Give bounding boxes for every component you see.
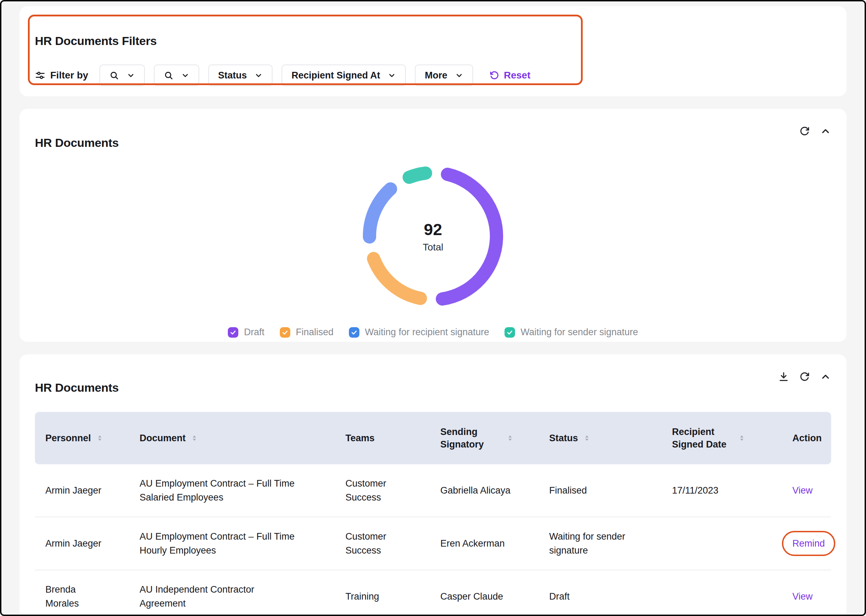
collapse-button[interactable] <box>820 126 831 137</box>
hr-documents-chart-card: HR Documents 9 <box>20 109 846 342</box>
column-header[interactable]: Action <box>782 432 831 445</box>
column-header-label: Status <box>549 432 578 445</box>
cell-personnel: Armin Jaeger <box>35 528 129 559</box>
more-filter-dropdown[interactable]: More <box>415 64 473 86</box>
column-header-label: Teams <box>346 432 375 445</box>
reset-label: Reset <box>504 70 530 81</box>
cell-teams: Customer Success <box>335 468 430 513</box>
cell-recipient-signed-date: 17/11/2023 <box>662 475 782 506</box>
sliders-icon <box>35 70 46 80</box>
sort-icon[interactable] <box>583 434 591 442</box>
table-row: Armin Jaeger AU Employment Contract – Fu… <box>35 464 831 517</box>
donut-total-label: Total <box>423 242 443 253</box>
checkbox-checked-icon[interactable] <box>349 327 359 338</box>
cell-action: View <box>782 475 831 506</box>
download-icon <box>778 371 789 382</box>
cell-status: Draft <box>539 581 662 612</box>
collapse-button[interactable] <box>820 371 831 382</box>
legend-label: Draft <box>244 327 264 338</box>
cell-status: Finalised <box>539 475 662 506</box>
legend-label: Waiting for recipient signature <box>365 327 489 338</box>
chevron-up-icon <box>820 371 831 382</box>
column-header[interactable]: Personnel <box>35 432 129 445</box>
column-header-label: Recipient Signed Date <box>672 426 733 451</box>
reset-filters-button[interactable]: Reset <box>487 69 533 81</box>
donut-center: 92 Total <box>356 159 510 313</box>
cell-sending-signatory: Eren Ackerman <box>430 528 539 559</box>
refresh-icon <box>799 371 810 382</box>
hr-documents-table-card: HR Documents <box>20 354 846 616</box>
column-header-label: Sending Signatory <box>440 426 501 451</box>
cell-status: Waiting for sender signature <box>539 521 662 566</box>
column-header[interactable]: Status <box>539 432 662 445</box>
search-icon <box>163 71 173 80</box>
more-filter-label: More <box>424 70 447 81</box>
action-link[interactable]: View <box>792 591 813 602</box>
cell-document: AU Independent Contractor Agreement <box>129 574 335 616</box>
cell-personnel: Armin Jaeger <box>35 475 129 506</box>
filter-by-label-group: Filter by <box>35 70 88 81</box>
column-header[interactable]: Recipient Signed Date <box>662 426 782 451</box>
refresh-button[interactable] <box>799 371 810 382</box>
chart-card-actions <box>799 126 831 137</box>
search-filter-dropdown-2[interactable] <box>154 64 199 86</box>
table-header-row: Personnel Document <box>35 412 831 464</box>
column-header[interactable]: Teams <box>335 432 430 445</box>
chevron-down-icon <box>181 71 189 80</box>
chevron-up-icon <box>820 126 831 137</box>
recipient-signed-at-filter-dropdown[interactable]: Recipient Signed At <box>281 64 406 86</box>
column-header-label: Personnel <box>46 432 91 445</box>
cell-recipient-signed-date <box>662 588 782 605</box>
checkbox-checked-icon[interactable] <box>280 327 290 338</box>
filters-row: Filter by <box>35 64 831 86</box>
legend-label: Waiting for sender signature <box>520 327 638 338</box>
cell-personnel: Brenda Morales <box>35 574 129 616</box>
action-link[interactable]: View <box>792 485 813 496</box>
refresh-icon <box>799 126 810 137</box>
reset-icon <box>489 70 500 80</box>
search-filter-dropdown-1[interactable] <box>99 64 145 86</box>
sort-icon[interactable] <box>190 434 198 442</box>
cell-sending-signatory: Casper Claude <box>430 581 539 612</box>
search-icon <box>109 71 119 80</box>
sort-icon[interactable] <box>506 434 514 442</box>
legend-item[interactable]: Waiting for recipient signature <box>349 327 489 338</box>
column-header[interactable]: Document <box>129 432 335 445</box>
cell-sending-signatory: Gabriella Alicaya <box>430 475 539 506</box>
column-header-label: Document <box>140 432 185 445</box>
cell-action: Remind <box>782 528 842 559</box>
chevron-down-icon <box>388 71 396 80</box>
table-row: Armin Jaeger AU Employment Contract – Fu… <box>35 517 831 570</box>
cell-teams: Customer Success <box>335 521 430 566</box>
filters-card: HR Documents Filters Filter by <box>20 6 846 96</box>
recipient-signed-at-filter-label: Recipient Signed At <box>291 70 380 81</box>
filter-by-label: Filter by <box>50 70 88 81</box>
checkbox-checked-icon[interactable] <box>505 327 515 338</box>
page: HR Documents Filters Filter by <box>0 0 866 616</box>
legend-item[interactable]: Finalised <box>280 327 333 338</box>
status-filter-dropdown[interactable]: Status <box>208 64 273 86</box>
download-button[interactable] <box>778 371 789 382</box>
filters-title: HR Documents Filters <box>35 34 831 48</box>
table-body: Armin Jaeger AU Employment Contract – Fu… <box>35 464 831 616</box>
refresh-button[interactable] <box>799 126 810 137</box>
sort-icon[interactable] <box>738 434 746 442</box>
legend-item[interactable]: Draft <box>228 327 264 338</box>
sort-icon[interactable] <box>96 434 104 442</box>
chevron-down-icon <box>127 71 135 80</box>
cell-teams: Training <box>335 581 430 612</box>
chart-legend: Draft Finalised <box>35 327 831 338</box>
column-header-label: Action <box>792 432 822 445</box>
column-header[interactable]: Sending Signatory <box>430 426 539 451</box>
action-link[interactable]: Remind <box>782 531 835 556</box>
cell-document: AU Employment Contract – Full Time Salar… <box>129 468 335 513</box>
chart-card-title: HR Documents <box>35 136 831 150</box>
status-filter-label: Status <box>218 70 247 81</box>
chevron-down-icon <box>455 71 464 80</box>
donut-chart-wrap: 92 Total <box>356 159 510 313</box>
checkbox-checked-icon[interactable] <box>228 327 238 338</box>
cell-action: View <box>782 581 831 612</box>
table-card-actions <box>778 371 831 382</box>
legend-item[interactable]: Waiting for sender signature <box>505 327 638 338</box>
table-card-title: HR Documents <box>35 381 831 394</box>
